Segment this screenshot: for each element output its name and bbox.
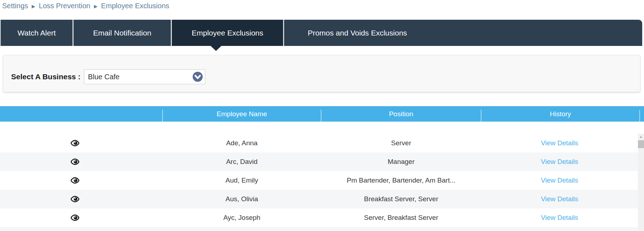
column-header-position: Position (321, 110, 481, 118)
table-row: Arc, David Manager View Details (0, 152, 638, 171)
tab-bar: Watch Alert Email Notification Employee … (0, 20, 642, 46)
breadcrumb-item-employee-exclusions[interactable]: Employee Exclusions (101, 2, 169, 10)
view-eye-icon[interactable] (0, 159, 156, 165)
employee-name-cell: Aus, Olivia (163, 195, 321, 203)
view-eye-icon[interactable] (0, 214, 156, 221)
tab-bar-filler (431, 20, 642, 46)
employee-exclusions-page: Settings ▶ Loss Prevention ▶ Employee Ex… (0, 0, 644, 231)
business-select[interactable]: Blue Cafe (84, 69, 205, 84)
table-row: Aus, Olivia Breakfast Server, Server Vie… (0, 190, 638, 208)
view-eye-icon[interactable] (0, 140, 156, 146)
business-select-label: Select A Business : (11, 72, 80, 81)
breadcrumb: Settings ▶ Loss Prevention ▶ Employee Ex… (2, 2, 169, 10)
business-selector-panel: Select A Business : Blue Cafe (3, 55, 640, 92)
tab-email-notification[interactable]: Email Notification (72, 20, 171, 46)
view-eye-icon[interactable] (0, 177, 156, 184)
employee-name-cell: Arc, David (163, 158, 321, 166)
header-divider (481, 110, 481, 122)
breadcrumb-separator-icon: ▶ (32, 4, 35, 9)
employee-name-cell: Ayc, Joseph (163, 214, 321, 222)
view-details-link[interactable]: View Details (541, 214, 578, 221)
view-eye-icon[interactable] (0, 196, 156, 202)
table-body: Ade, Anna Server View Details Arc, David… (0, 134, 638, 227)
header-divider (162, 110, 163, 122)
view-details-link[interactable]: View Details (541, 139, 578, 147)
column-header-history: History (481, 110, 640, 118)
employee-name-cell: Ade, Anna (163, 139, 321, 147)
position-cell: Server, Breakfast Server (321, 214, 481, 222)
column-header-employee-name: Employee Name (163, 110, 321, 118)
position-cell: Server (321, 139, 481, 147)
scrollbar-thumb[interactable] (638, 140, 644, 148)
breadcrumb-item-settings[interactable]: Settings (2, 2, 28, 10)
business-select-value: Blue Cafe (88, 73, 119, 81)
view-details-link[interactable]: View Details (541, 195, 578, 203)
table-row: Ayc, Joseph Server, Breakfast Server Vie… (0, 208, 638, 227)
position-cell: Manager (321, 158, 481, 166)
employee-name-cell: Aud, Emily (163, 176, 321, 184)
header-divider (321, 110, 321, 122)
table-row: Aud, Emily Pm Bartender, Bartender, Am B… (0, 171, 638, 190)
view-details-link[interactable]: View Details (541, 158, 578, 165)
position-cell: Pm Bartender, Bartender, Am Bart... (321, 176, 481, 184)
position-cell: Breakfast Server, Server (321, 195, 481, 203)
vertical-scrollbar[interactable]: ▲ (638, 134, 644, 231)
breadcrumb-item-loss-prevention[interactable]: Loss Prevention (39, 2, 90, 10)
table-header: Employee Name Position History (0, 106, 644, 122)
scroll-up-icon[interactable]: ▲ (638, 134, 644, 140)
tab-promos-and-voids-exclusions[interactable]: Promos and Voids Exclusions (283, 20, 431, 46)
table-row-partial (0, 227, 638, 231)
table-row: Ade, Anna Server View Details (0, 134, 638, 152)
active-tab-pointer (211, 46, 221, 51)
tab-watch-alert[interactable]: Watch Alert (0, 20, 72, 46)
header-divider (639, 110, 640, 122)
view-details-link[interactable]: View Details (541, 176, 578, 184)
breadcrumb-separator-icon: ▶ (94, 4, 98, 9)
chevron-down-icon[interactable] (192, 71, 203, 82)
tab-employee-exclusions[interactable]: Employee Exclusions (171, 20, 283, 46)
